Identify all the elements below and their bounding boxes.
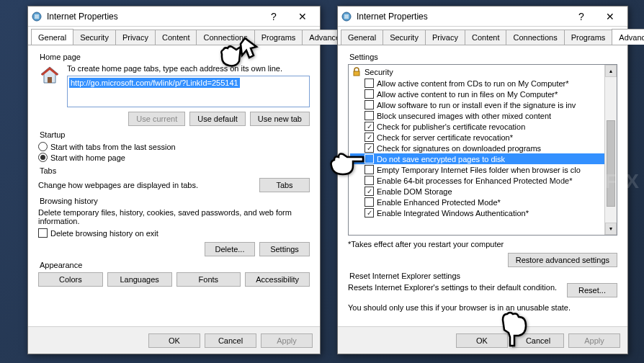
scroll-down-icon[interactable]: ▾ bbox=[605, 223, 617, 235]
close-button[interactable]: ✕ bbox=[596, 8, 625, 25]
dialog-footer: OK Cancel Apply bbox=[338, 326, 627, 354]
settings-checkbox-item[interactable]: Block unsecured images with other mixed … bbox=[350, 110, 615, 121]
startup-homepage-radio[interactable]: Start with home page bbox=[38, 153, 310, 162]
tab-general[interactable]: General bbox=[31, 29, 73, 45]
colors-button[interactable]: Colors bbox=[38, 272, 103, 287]
checkbox-label: Enable Enhanced Protected Mode* bbox=[377, 198, 501, 207]
checkbox-label: Do not save encrypted pages to disk bbox=[377, 155, 505, 163]
tab-security[interactable]: Security bbox=[73, 30, 116, 45]
checkbox-label: Check for publisher's certificate revoca… bbox=[377, 122, 525, 131]
homepage-url-input[interactable]: http://go.microsoft.com/fwlink/p/?LinkId… bbox=[67, 76, 310, 107]
use-new-tab-button[interactable]: Use new tab bbox=[250, 112, 310, 126]
titlebar-text: Internet Properties bbox=[357, 12, 567, 22]
security-header: Security bbox=[350, 66, 615, 78]
checkbox-icon bbox=[365, 122, 374, 131]
languages-button[interactable]: Languages bbox=[107, 272, 172, 287]
tab-programs[interactable]: Programs bbox=[564, 30, 613, 45]
homepage-group-title: Home page bbox=[38, 53, 310, 61]
checkbox-label: Check for server certificate revocation* bbox=[377, 133, 513, 142]
checkbox-icon bbox=[365, 133, 374, 142]
homepage-instruction: To create home page tabs, type each addr… bbox=[67, 64, 310, 73]
settings-checkbox-item[interactable]: Check for publisher's certificate revoca… bbox=[350, 121, 615, 132]
settings-checkbox-item[interactable]: Allow active content to run in files on … bbox=[350, 89, 615, 99]
dialog-footer: OK Cancel Apply bbox=[28, 326, 320, 354]
restart-note: *Takes effect after you restart your com… bbox=[348, 240, 617, 248]
use-default-button[interactable]: Use default bbox=[189, 112, 246, 126]
close-button[interactable]: ✕ bbox=[288, 8, 317, 25]
tab-connections[interactable]: Connections bbox=[196, 30, 254, 45]
help-button[interactable]: ? bbox=[567, 8, 596, 25]
svg-rect-3 bbox=[48, 77, 52, 83]
checkbox-icon bbox=[365, 100, 374, 109]
startup-group-title: Startup bbox=[38, 130, 310, 139]
tabs-button[interactable]: Tabs bbox=[259, 178, 310, 192]
watermark: UGETFIX bbox=[543, 170, 640, 193]
accessibility-button[interactable]: Accessibility bbox=[245, 272, 310, 287]
ok-button[interactable]: OK bbox=[456, 333, 508, 348]
delete-on-exit-checkbox[interactable]: Delete browsing history on exit bbox=[38, 228, 310, 238]
lock-icon bbox=[352, 67, 362, 77]
tab-content[interactable]: Content bbox=[155, 30, 197, 45]
checkbox-icon bbox=[365, 197, 374, 207]
checkbox-icon bbox=[365, 154, 374, 163]
help-button[interactable]: ? bbox=[259, 8, 288, 25]
settings-checkbox-item[interactable]: Allow active content from CDs to run on … bbox=[350, 78, 615, 89]
restore-advanced-button[interactable]: Restore advanced settings bbox=[508, 253, 617, 267]
settings-group-title: Settings bbox=[348, 53, 617, 61]
titlebar: Internet Properties ? ✕ bbox=[338, 6, 627, 27]
tab-privacy[interactable]: Privacy bbox=[425, 30, 465, 45]
security-header-text: Security bbox=[365, 68, 393, 76]
window-icon bbox=[31, 11, 43, 22]
checkbox-icon bbox=[365, 143, 374, 153]
startup-last-session-radio[interactable]: Start with tabs from the last session bbox=[38, 142, 310, 151]
checkbox-label: Block unsecured images with other mixed … bbox=[377, 112, 551, 120]
ok-button[interactable]: OK bbox=[148, 333, 200, 348]
tab-connections[interactable]: Connections bbox=[506, 30, 564, 45]
settings-checkbox-item[interactable]: Enable Enhanced Protected Mode* bbox=[350, 197, 615, 207]
settings-checkbox-item[interactable]: Do not save encrypted pages to disk bbox=[350, 153, 615, 164]
checkbox-label: Allow software to run or install even if… bbox=[377, 101, 576, 109]
fonts-button[interactable]: Fonts bbox=[176, 272, 241, 287]
checkbox-label: Delete browsing history on exit bbox=[50, 229, 158, 238]
tab-programs[interactable]: Programs bbox=[254, 30, 303, 45]
tab-security[interactable]: Security bbox=[383, 30, 426, 45]
homepage-url-selected: http://go.microsoft.com/fwlink/p/?LinkId… bbox=[69, 78, 240, 88]
use-current-button[interactable]: Use current bbox=[128, 112, 185, 126]
tab-strip: General Security Privacy Content Connect… bbox=[28, 27, 320, 45]
cancel-button[interactable]: Cancel bbox=[205, 333, 256, 348]
checkbox-icon bbox=[365, 187, 374, 196]
svg-rect-1 bbox=[35, 14, 39, 19]
reset-text: Resets Internet Explorer's settings to t… bbox=[348, 283, 567, 292]
tab-content[interactable]: Content bbox=[465, 30, 507, 45]
checkbox-label: Check for signatures on downloaded progr… bbox=[377, 144, 541, 153]
settings-checkbox-item[interactable]: Check for signatures on downloaded progr… bbox=[350, 143, 615, 153]
history-settings-button[interactable]: Settings bbox=[259, 242, 310, 256]
titlebar-text: Internet Properties bbox=[47, 12, 259, 22]
tab-privacy[interactable]: Privacy bbox=[115, 30, 156, 45]
radio-label: Start with tabs from the last session bbox=[50, 143, 176, 151]
checkbox-icon bbox=[365, 111, 374, 120]
checkbox-icon bbox=[38, 228, 48, 238]
apply-button[interactable]: Apply bbox=[261, 333, 313, 348]
scroll-up-icon[interactable]: ▴ bbox=[605, 65, 617, 77]
checkbox-icon bbox=[365, 176, 374, 185]
settings-checkbox-item[interactable]: Allow software to run or install even if… bbox=[350, 99, 615, 110]
titlebar: Internet Properties ? ✕ bbox=[28, 6, 320, 27]
history-text: Delete temporary files, history, cookies… bbox=[38, 208, 310, 225]
settings-tree[interactable]: Security Allow active content from CDs t… bbox=[348, 64, 617, 236]
reset-button[interactable]: Reset... bbox=[567, 283, 617, 297]
window-icon bbox=[341, 11, 352, 22]
checkbox-label: Enable Integrated Windows Authentication… bbox=[377, 209, 529, 218]
cancel-button[interactable]: Cancel bbox=[512, 333, 564, 348]
scrollbar[interactable]: ▴ ▾ bbox=[604, 65, 617, 235]
checkbox-icon bbox=[365, 208, 374, 218]
tabs-text: Change how webpages are displayed in tab… bbox=[38, 181, 198, 189]
appearance-group-title: Appearance bbox=[38, 261, 310, 269]
tab-advanced[interactable]: Advanced bbox=[612, 29, 644, 45]
apply-button[interactable]: Apply bbox=[568, 333, 620, 348]
tab-general[interactable]: General bbox=[341, 30, 383, 45]
delete-button[interactable]: Delete... bbox=[205, 242, 255, 256]
settings-checkbox-item[interactable]: Enable Integrated Windows Authentication… bbox=[350, 207, 615, 218]
settings-checkbox-item[interactable]: Check for server certificate revocation* bbox=[350, 132, 615, 143]
scroll-thumb[interactable] bbox=[607, 120, 615, 207]
